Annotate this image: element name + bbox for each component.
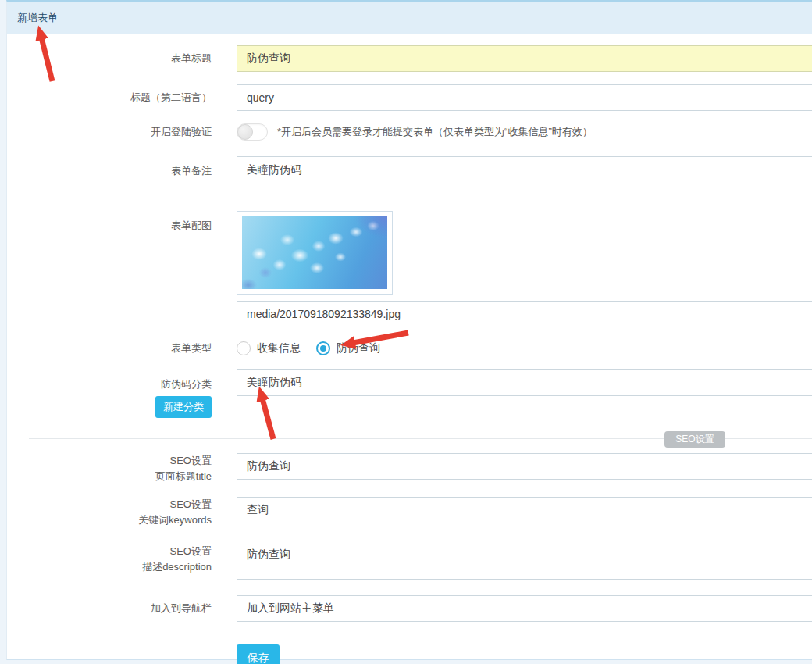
form-image-path-input[interactable] xyxy=(237,301,812,327)
radio-option-antifake-query[interactable]: 防伪查询 xyxy=(316,341,380,355)
seo-section-divider: SEO设置 xyxy=(29,438,812,439)
second-language-input[interactable] xyxy=(237,84,812,111)
save-button[interactable]: 保存 xyxy=(237,644,280,664)
panel-header: 新增表单 xyxy=(7,2,812,34)
radio-antifake-query-label: 防伪查询 xyxy=(337,341,380,355)
new-form-panel: 新增表单 表单标题 标题（第二语言） 开启登陆验证 *开启后会员需要登录才能提交… xyxy=(6,0,812,660)
seo-title-input[interactable] xyxy=(237,453,812,480)
new-category-button[interactable]: 新建分类 xyxy=(155,396,212,418)
seo-settings-badge[interactable]: SEO设置 xyxy=(664,431,725,448)
row-login-verify: 开启登陆验证 *开启后会员需要登录才能提交表单（仅表单类型为“收集信息”时有效） xyxy=(7,123,812,141)
login-verify-toggle[interactable] xyxy=(237,123,268,141)
radio-collect-info-label: 收集信息 xyxy=(257,341,301,355)
form-image-preview[interactable] xyxy=(237,211,393,295)
seo-title-label: SEO设置 页面标题title xyxy=(155,453,212,484)
crystals-image xyxy=(242,216,387,289)
form-remark-label: 表单备注 xyxy=(171,163,212,179)
row-form-title: 表单标题 xyxy=(7,45,812,72)
add-to-nav-select[interactable] xyxy=(237,595,812,622)
second-language-label: 标题（第二语言） xyxy=(130,90,212,105)
row-antifake-category: 防伪码分类 新建分类 xyxy=(7,369,812,418)
form-title-input[interactable] xyxy=(237,45,812,72)
row-second-language-title: 标题（第二语言） xyxy=(7,84,812,111)
antifake-category-label: 防伪码分类 xyxy=(161,377,212,392)
row-add-to-nav: 加入到导航栏 xyxy=(7,595,812,622)
radio-option-collect-info[interactable]: 收集信息 xyxy=(237,341,301,355)
row-seo-keywords: SEO设置 关键词keywords xyxy=(7,497,812,528)
login-verify-note: *开启后会员需要登录才能提交表单（仅表单类型为“收集信息”时有效） xyxy=(277,125,593,139)
row-form-image: 表单配图 xyxy=(7,211,812,327)
form-image-label: 表单配图 xyxy=(171,218,212,234)
row-seo-description: SEO设置 描述description 防伪查询 xyxy=(7,541,812,583)
seo-keywords-input[interactable] xyxy=(237,497,812,523)
form-remark-textarea[interactable]: 美瞳防伪码 xyxy=(237,156,812,195)
seo-description-textarea[interactable]: 防伪查询 xyxy=(237,541,812,580)
add-to-nav-label: 加入到导航栏 xyxy=(151,601,212,616)
seo-keywords-label: SEO设置 关键词keywords xyxy=(138,497,212,528)
row-form-remark: 表单备注 美瞳防伪码 xyxy=(7,156,812,198)
form-title-label: 表单标题 xyxy=(171,51,212,66)
form-type-label: 表单类型 xyxy=(171,341,212,356)
seo-description-label: SEO设置 描述description xyxy=(142,544,212,575)
page-title: 新增表单 xyxy=(17,11,58,25)
row-seo-title: SEO设置 页面标题title xyxy=(7,453,812,484)
antifake-category-input[interactable] xyxy=(237,369,812,396)
row-form-type: 表单类型 收集信息 防伪查询 xyxy=(7,340,812,357)
row-save: 保存 xyxy=(7,634,812,664)
login-verify-label: 开启登陆验证 xyxy=(151,124,212,140)
radio-checked-icon[interactable] xyxy=(316,341,330,355)
form-body: 表单标题 标题（第二语言） 开启登陆验证 *开启后会员需要登录才能提交表单（仅表… xyxy=(7,34,812,664)
radio-unchecked-icon[interactable] xyxy=(237,341,251,355)
toggle-knob xyxy=(237,124,253,140)
